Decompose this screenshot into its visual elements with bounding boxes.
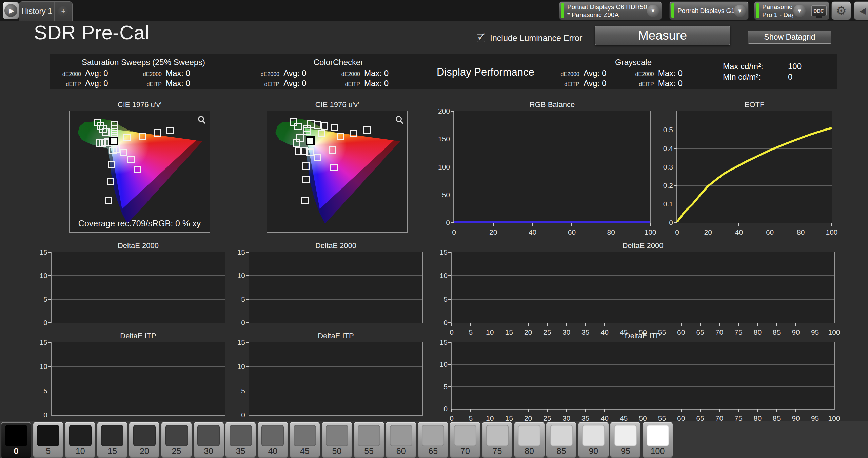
gray-step-button-80[interactable]: 80 xyxy=(514,422,545,458)
gray-step-button-65[interactable]: 65 xyxy=(418,422,448,458)
x-tick-mark xyxy=(831,223,832,226)
gray-step-button-10[interactable]: 10 xyxy=(65,422,95,458)
y-tick-label: 0.5 xyxy=(663,126,673,134)
metric-label: dE2000 xyxy=(338,71,364,77)
meter-dropdown-text: Portrait Displays C6 HDR5000 * Panasonic… xyxy=(564,3,647,19)
collapse-panel-button[interactable]: ◀ xyxy=(854,1,868,20)
history-tab-label: History 1 xyxy=(19,7,54,16)
add-tab-button[interactable]: + xyxy=(55,6,72,17)
metric-label: dEITP xyxy=(633,81,658,87)
x-tick-mark xyxy=(719,409,720,412)
gray-step-label: 30 xyxy=(194,446,224,456)
gray-step-button-60[interactable]: 60 xyxy=(386,422,416,458)
y-tick-mark xyxy=(448,299,451,300)
gray-step-label: 15 xyxy=(97,446,127,456)
y-tick-mark xyxy=(246,322,249,323)
y-tick-mark xyxy=(448,409,451,409)
y-tick-label: 5 xyxy=(443,383,448,391)
y-tick-mark xyxy=(448,386,451,387)
gray-step-button-45[interactable]: 45 xyxy=(290,422,320,458)
gray-swatch xyxy=(294,425,316,446)
x-tick-mark xyxy=(770,223,770,226)
max-luminance-row: Max cd/m²: 100 xyxy=(723,62,835,72)
x-tick-mark xyxy=(643,323,643,326)
de2000-colorchecker-plot: 051015 xyxy=(249,252,423,323)
y-tick-label: 15 xyxy=(40,248,47,256)
gray-step-button-5[interactable]: 5 xyxy=(33,422,63,458)
y-tick-label: 0 xyxy=(443,405,448,413)
gray-step-button-20[interactable]: 20 xyxy=(129,422,159,458)
gray-swatch xyxy=(5,425,27,446)
meter-dropdown[interactable]: Portrait Displays C6 HDR5000 * Panasonic… xyxy=(559,1,662,20)
stat-row: dE2000 Avg: 0 dE2000 Max: 0 xyxy=(59,68,228,79)
max-value: Max: 0 xyxy=(658,68,708,78)
gray-step-button-30[interactable]: 30 xyxy=(194,422,224,458)
show-datagrid-button[interactable]: Show Datagrid xyxy=(748,31,831,44)
ddc-control-button[interactable]: DDC xyxy=(808,2,829,20)
history-tab[interactable]: History 1 + xyxy=(19,1,73,21)
play-arrow-icon: ▶ xyxy=(4,4,17,17)
y-tick-label: 10 xyxy=(440,360,448,369)
y-tick-mark xyxy=(48,366,51,367)
nav-drawer-toggle-button[interactable]: ▶ xyxy=(3,2,19,19)
x-tick-mark xyxy=(611,223,611,226)
gray-step-button-0[interactable]: 0 xyxy=(1,422,31,458)
y-tick-mark xyxy=(674,204,677,204)
gray-step-button-35[interactable]: 35 xyxy=(225,422,256,458)
chart-title: DeltaE ITP xyxy=(249,332,423,340)
measurement-target-marker xyxy=(302,162,310,170)
gray-step-button-95[interactable]: 95 xyxy=(610,422,640,458)
gray-step-button-70[interactable]: 70 xyxy=(450,422,480,458)
gray-step-button-55[interactable]: 55 xyxy=(354,422,384,458)
metric-label: dE2000 xyxy=(139,71,166,77)
zoom-icon[interactable] xyxy=(396,116,402,122)
gray-step-button-85[interactable]: 85 xyxy=(546,422,576,458)
measurement-target-marker xyxy=(113,145,120,153)
chart-title: DeltaE ITP xyxy=(451,332,835,340)
display-profile-dropdown[interactable]: Panasonic Pro 1 - Day ▼ DDC xyxy=(754,1,829,20)
profile-brand: Panasonic xyxy=(762,3,791,11)
x-tick-mark xyxy=(757,323,758,326)
zoom-icon[interactable] xyxy=(198,116,204,122)
y-tick-label: 0 xyxy=(669,219,673,227)
gray-step-button-75[interactable]: 75 xyxy=(482,422,512,458)
x-tick-mark xyxy=(566,323,567,326)
deitp-grayscale-plot: 0510150510152025303540455055606570758085… xyxy=(451,342,835,410)
gray-step-label: 75 xyxy=(482,446,512,456)
include-luminance-checkbox[interactable]: ✓ xyxy=(477,34,485,42)
gray-step-button-25[interactable]: 25 xyxy=(161,422,192,458)
source-dropdown[interactable]: Portrait Displays G1 ▼ xyxy=(669,1,749,20)
gray-step-button-50[interactable]: 50 xyxy=(322,422,352,458)
gray-swatch xyxy=(326,425,348,446)
gray-step-button-40[interactable]: 40 xyxy=(258,422,288,458)
gray-swatch xyxy=(550,425,573,446)
display-performance-label: Display Performance xyxy=(437,66,534,78)
x-tick-mark xyxy=(585,323,586,326)
gray-swatch xyxy=(390,425,412,446)
gray-step-button-100[interactable]: 100 xyxy=(643,422,673,458)
gray-swatch xyxy=(614,425,637,446)
x-tick-mark xyxy=(566,409,567,412)
measurement-target-marker xyxy=(134,166,141,173)
gridline xyxy=(452,275,834,276)
x-tick-mark xyxy=(681,323,682,326)
x-tick-label: 100 xyxy=(644,228,656,236)
x-tick-mark xyxy=(509,323,509,326)
gray-swatch xyxy=(422,425,444,446)
gray-step-label: 70 xyxy=(450,446,480,456)
gray-step-button-90[interactable]: 90 xyxy=(578,422,609,458)
x-tick-mark xyxy=(532,223,533,226)
y-tick-mark xyxy=(48,322,51,323)
metric-label: dEITP xyxy=(338,81,364,87)
settings-button[interactable]: ⚙ xyxy=(831,1,851,20)
y-tick-label: 0 xyxy=(43,411,47,419)
series-line xyxy=(454,111,650,223)
y-tick-label: 200 xyxy=(438,107,450,115)
x-tick-label: 20 xyxy=(489,228,497,236)
y-tick-label: 0 xyxy=(446,219,450,227)
gray-swatch xyxy=(647,425,669,446)
measurement-target-marker xyxy=(139,133,146,140)
gray-step-button-15[interactable]: 15 xyxy=(97,422,127,458)
x-tick-mark xyxy=(604,409,605,412)
measure-button[interactable]: Measure xyxy=(595,26,730,45)
